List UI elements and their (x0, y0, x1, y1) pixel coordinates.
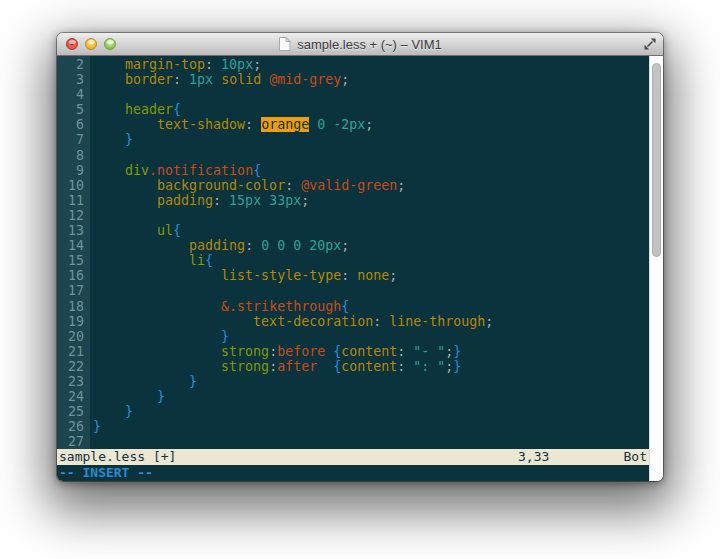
code-token: { (253, 163, 261, 178)
code-token (93, 329, 221, 344)
code-token: margin-top (125, 57, 205, 72)
code-token: } (157, 389, 165, 404)
code-token (93, 389, 157, 404)
window-body: 2 margin-top: 10px;3 border: 1px solid @… (57, 56, 663, 481)
code-token: 0 0 0 20px (261, 238, 341, 253)
code-token: ; (365, 117, 373, 132)
line-number: 5 (57, 102, 84, 117)
line-text: } (93, 389, 165, 404)
code-line: 24 } (57, 389, 649, 404)
line-number: 25 (57, 404, 84, 419)
code-token: } (125, 404, 133, 419)
statusline-filename: sample.less [+] (59, 449, 176, 465)
code-token: @valid-green (301, 178, 397, 193)
vim-window: sample.less + (~) – VIM1 2 margin-top: 1… (57, 33, 663, 481)
line-text: header{ (93, 102, 181, 117)
code-line: 11 padding: 15px 33px; (57, 193, 649, 208)
line-text: border: 1px solid @mid-grey; (93, 72, 349, 87)
line-number: 27 (57, 434, 84, 449)
line-number: 14 (57, 238, 84, 253)
code-token: ; (485, 314, 493, 329)
code-line: 17 (57, 283, 649, 298)
statusline-scroll-indicator: Bot (624, 449, 647, 465)
code-token: none (357, 268, 389, 283)
window-title: sample.less + (~) – VIM1 (297, 37, 442, 52)
code-token: padding (157, 193, 213, 208)
code-token: .notification (149, 163, 253, 178)
code-line: 9 div.notification{ (57, 163, 649, 178)
search-highlight: orange (261, 117, 309, 132)
code-token: : (205, 57, 221, 72)
close-button[interactable] (66, 38, 78, 50)
code-line: 23 } (57, 374, 649, 389)
code-token: } (453, 359, 461, 374)
line-number: 26 (57, 419, 84, 434)
line-number: 8 (57, 148, 84, 163)
line-number: 19 (57, 314, 84, 329)
code-line: 22 strong:after {content: ": ";} (57, 359, 649, 374)
line-number: 4 (57, 87, 84, 102)
code-token: &.strikethrough (221, 299, 341, 314)
line-text: &.strikethrough{ (93, 299, 349, 314)
code-token: : (285, 178, 301, 193)
line-text: } (93, 404, 133, 419)
line-number: 2 (57, 57, 84, 72)
traffic-lights (66, 38, 116, 50)
code-line: 21 strong:before {content: "- ";} (57, 344, 649, 359)
minimize-button[interactable] (85, 38, 97, 50)
fullscreen-icon[interactable] (643, 37, 657, 51)
code-line: 4 (57, 87, 649, 102)
code-token: ; (389, 268, 397, 283)
code-token: } (453, 344, 461, 359)
desktop-background: sample.less + (~) – VIM1 2 margin-top: 1… (0, 0, 720, 559)
code-token: 10px (221, 57, 253, 72)
code-token: div (125, 163, 149, 178)
code-token (93, 268, 221, 283)
title-area: sample.less + (~) – VIM1 (57, 33, 663, 55)
code-token: : (173, 72, 189, 87)
scrollbar-track[interactable] (649, 56, 663, 481)
code-token: background-color (157, 178, 285, 193)
code-token: { (173, 223, 181, 238)
line-text: strong:before {content: "- ";} (93, 344, 461, 359)
line-text: div.notification{ (93, 163, 261, 178)
code-token (93, 404, 125, 419)
code-line: 26} (57, 419, 649, 434)
code-token: li (189, 253, 205, 268)
titlebar[interactable]: sample.less + (~) – VIM1 (57, 33, 663, 56)
code-token: : (245, 117, 261, 132)
code-line: 6 text-shadow: orange 0 -2px; (57, 117, 649, 132)
code-token: header (125, 102, 173, 117)
code-token: solid (221, 72, 261, 87)
line-text: margin-top: 10px; (93, 57, 261, 72)
code-token (93, 163, 125, 178)
line-number: 12 (57, 208, 84, 223)
line-number: 23 (57, 374, 84, 389)
line-number: 9 (57, 163, 84, 178)
code-line: 10 background-color: @valid-green; (57, 178, 649, 193)
code-token: : (213, 193, 229, 208)
code-token: content (341, 344, 397, 359)
code-token: ul (157, 223, 173, 238)
code-token: before (277, 344, 325, 359)
line-number: 3 (57, 72, 84, 87)
code-token: padding (189, 238, 245, 253)
line-text: padding: 0 0 0 20px; (93, 238, 349, 253)
scrollbar-thumb[interactable] (652, 63, 661, 257)
vim-statusline: sample.less [+] 3,33 Bot (57, 449, 649, 465)
line-number: 10 (57, 178, 84, 193)
code-token (93, 374, 189, 389)
line-text: padding: 15px 33px; (93, 193, 309, 208)
code-token: : (341, 268, 357, 283)
code-line: 20 } (57, 329, 649, 344)
line-text: text-shadow: orange 0 -2px; (93, 117, 373, 132)
code-line: 14 padding: 0 0 0 20px; (57, 238, 649, 253)
code-token: } (93, 419, 101, 434)
zoom-button[interactable] (104, 38, 116, 50)
code-token: after (277, 359, 317, 374)
code-token (93, 344, 221, 359)
code-line: 8 (57, 148, 649, 163)
code-token (93, 223, 157, 238)
code-token (93, 193, 157, 208)
editor-buffer[interactable]: 2 margin-top: 10px;3 border: 1px solid @… (57, 56, 649, 449)
